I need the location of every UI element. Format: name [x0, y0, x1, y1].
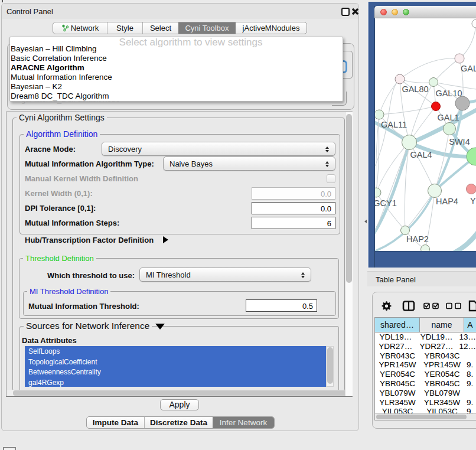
svg-text:YE: YE: [470, 196, 476, 206]
svg-text:GAL10: GAL10: [435, 89, 462, 98]
svg-text:GAL80: GAL80: [402, 84, 428, 94]
svg-text:GAL11: GAL11: [381, 120, 407, 129]
svg-text:GAL1: GAL1: [437, 113, 459, 122]
svg-text:GAL7: GAL7: [461, 64, 476, 73]
svg-text:HAP2: HAP2: [406, 234, 429, 244]
svg-text:GAL4: GAL4: [410, 150, 432, 159]
svg-text:SWI4: SWI4: [449, 137, 470, 146]
svg-text:HAP4: HAP4: [436, 197, 458, 206]
svg-text:GCY1: GCY1: [375, 198, 397, 208]
